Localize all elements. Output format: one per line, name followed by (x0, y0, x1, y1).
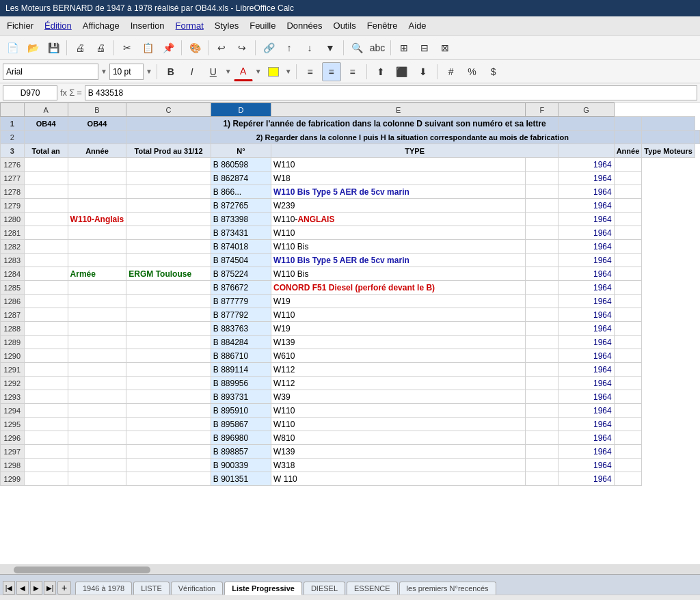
tab-add-button[interactable]: + (57, 581, 71, 595)
table-cell[interactable] (126, 158, 211, 172)
table-cell[interactable]: Type Moteurs (642, 144, 695, 158)
table-cell[interactable]: OB44 (24, 117, 68, 131)
table-cell[interactable]: 1964 (558, 172, 614, 185)
table-cell[interactable] (526, 226, 558, 240)
table-cell[interactable] (614, 363, 642, 377)
sheet-tab-vérification[interactable]: Vérification (171, 582, 223, 595)
table-cell[interactable]: W110 (271, 308, 526, 322)
col-header-f[interactable]: F (526, 103, 558, 117)
table-cell[interactable] (68, 131, 126, 144)
table-cell[interactable] (126, 281, 211, 295)
table-cell[interactable] (24, 445, 68, 459)
table-cell[interactable] (614, 185, 642, 199)
table-cell[interactable] (614, 172, 642, 185)
table-cell[interactable] (68, 418, 126, 431)
table-cell[interactable] (24, 459, 68, 472)
table-cell[interactable] (68, 199, 126, 213)
table-cell[interactable] (24, 226, 68, 240)
table-cell[interactable]: B 877792 (211, 308, 271, 322)
menu-feuille[interactable]: Feuille (245, 19, 280, 32)
table-cell[interactable]: B 901351 (211, 472, 271, 486)
table-cell[interactable] (68, 472, 126, 486)
table-cell[interactable]: B 896980 (211, 431, 271, 445)
table-cell[interactable] (126, 336, 211, 349)
table-cell[interactable] (126, 308, 211, 322)
table-cell[interactable]: CONORD F51 Diesel (perforé devant le B) (271, 281, 526, 295)
table-cell[interactable] (68, 158, 126, 172)
table-cell[interactable] (24, 404, 68, 418)
table-cell[interactable] (24, 199, 68, 213)
table-cell[interactable] (695, 131, 700, 144)
table-cell[interactable] (126, 240, 211, 254)
table-cell[interactable] (68, 254, 126, 267)
table-cell[interactable]: W139 (271, 336, 526, 349)
table-cell[interactable] (526, 308, 558, 322)
col-header-a[interactable]: A (24, 103, 68, 117)
table-cell[interactable]: W110-Anglais (68, 213, 126, 226)
table-cell[interactable] (126, 377, 211, 390)
horizontal-scrollbar[interactable] (0, 564, 700, 574)
menu-fenetre[interactable]: Fenêtre (363, 19, 402, 32)
table-cell[interactable]: Total an (24, 144, 68, 158)
table-cell[interactable]: TYPE (271, 144, 558, 158)
underline-button[interactable]: U (204, 62, 223, 81)
table-cell[interactable]: 1964 (558, 267, 614, 281)
table-cell[interactable] (614, 213, 642, 226)
table-cell[interactable]: W110 (271, 418, 526, 431)
table-cell[interactable] (24, 295, 68, 308)
table-cell[interactable]: B 895867 (211, 418, 271, 431)
align-middle-button[interactable]: ⬛ (392, 62, 412, 81)
table-cell[interactable]: W18 (271, 172, 526, 185)
table-cell[interactable] (126, 349, 211, 363)
cell-reference-input[interactable]: D970 (3, 85, 57, 100)
table-cell[interactable] (526, 185, 558, 199)
table-cell[interactable] (68, 377, 126, 390)
font-name-arrow[interactable]: ▼ (100, 68, 107, 75)
number-format-button[interactable]: # (442, 62, 461, 81)
table-cell[interactable] (614, 199, 642, 213)
table-cell[interactable]: B 889956 (211, 377, 271, 390)
table-cell[interactable] (68, 336, 126, 349)
table-cell[interactable]: ERGM Toulouse (126, 267, 211, 281)
table-cell[interactable] (526, 281, 558, 295)
table-cell[interactable]: 1964 (558, 336, 614, 349)
table-cell[interactable] (614, 390, 642, 404)
col-header-c[interactable]: C (126, 103, 211, 117)
font-color-arrow[interactable]: ▼ (255, 68, 262, 75)
table-cell[interactable] (68, 349, 126, 363)
col-button[interactable]: ⊠ (435, 38, 455, 57)
new-button[interactable]: 📄 (3, 38, 22, 57)
table-cell[interactable] (526, 172, 558, 185)
hyperlink-button[interactable]: 🔗 (259, 38, 278, 57)
table-cell[interactable] (24, 349, 68, 363)
table-cell[interactable]: B 872765 (211, 199, 271, 213)
table-cell[interactable] (526, 472, 558, 486)
table-cell[interactable] (126, 172, 211, 185)
tab-nav-next[interactable]: ▶ (30, 581, 42, 595)
table-cell[interactable]: 1964 (558, 185, 614, 199)
sheet-tab-liste[interactable]: LISTE (133, 582, 170, 595)
table-cell[interactable] (642, 117, 695, 131)
table-cell[interactable] (526, 459, 558, 472)
table-cell[interactable]: 1964 (558, 390, 614, 404)
hscroll-thumb[interactable] (14, 567, 150, 573)
table-cell[interactable]: 1) Repérer l'année de fabrication dans l… (211, 117, 558, 131)
table-cell[interactable] (526, 404, 558, 418)
table-cell[interactable]: 1964 (558, 404, 614, 418)
table-cell[interactable] (126, 117, 211, 131)
sum-icon[interactable]: Σ (69, 87, 75, 98)
undo-button[interactable]: ↩ (212, 38, 231, 57)
redo-button[interactable]: ↪ (232, 38, 252, 57)
table-cell[interactable] (68, 390, 126, 404)
table-cell[interactable]: 1964 (558, 363, 614, 377)
menu-aide[interactable]: Aide (405, 19, 431, 32)
table-cell[interactable]: W610 (271, 349, 526, 363)
table-cell[interactable]: 1964 (558, 158, 614, 172)
sheet-tab-diesel[interactable]: DIESEL (304, 582, 345, 595)
table-cell[interactable]: 1964 (558, 472, 614, 486)
highlight-arrow[interactable]: ▼ (285, 68, 292, 75)
menu-affichage[interactable]: Affichage (79, 19, 124, 32)
table-cell[interactable]: Total Prod au 31/12 (126, 144, 211, 158)
table-cell[interactable] (614, 404, 642, 418)
table-cell[interactable]: W139 (271, 445, 526, 459)
